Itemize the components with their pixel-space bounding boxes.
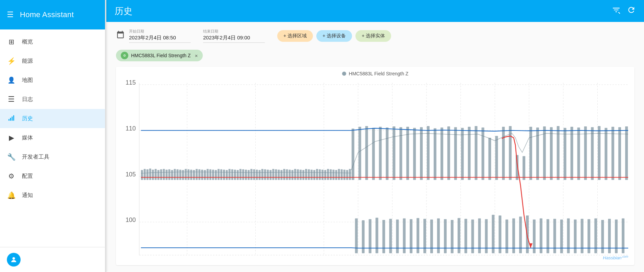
svg-rect-55 <box>212 170 214 180</box>
svg-rect-70 <box>253 169 255 180</box>
svg-rect-104 <box>346 170 348 180</box>
topbar-actions <box>612 5 636 16</box>
end-date-field[interactable]: 结束日期 2023年2月4日 09:00 <box>203 29 265 43</box>
svg-rect-174 <box>584 126 587 180</box>
svg-rect-90 <box>308 169 310 180</box>
svg-rect-164 <box>550 127 553 180</box>
svg-rect-86 <box>297 169 299 180</box>
start-date-field[interactable]: 开始日期 2023年2月4日 08:50 <box>129 29 191 43</box>
sidebar: ☰ Home Assistant ⊞ 概览 ⚡ 能源 👤 地图 ☰ 日志 历史 … <box>0 0 106 272</box>
svg-rect-182 <box>611 127 614 180</box>
svg-text:115: 115 <box>126 79 136 86</box>
svg-rect-99 <box>332 170 335 180</box>
svg-rect-47 <box>190 170 192 180</box>
svg-rect-52 <box>204 170 206 180</box>
notifications-icon: 🔔 <box>7 191 16 199</box>
svg-rect-57 <box>218 169 220 180</box>
watermark: Hassbian.com <box>603 255 628 260</box>
svg-point-7 <box>124 55 125 56</box>
refresh-icon[interactable] <box>627 5 636 16</box>
sidebar-label-overview: 概览 <box>22 38 33 46</box>
svg-rect-43 <box>179 170 181 180</box>
svg-rect-53 <box>207 169 209 180</box>
sidebar-nav: ⊞ 概览 ⚡ 能源 👤 地图 ☰ 日志 历史 ▶ 媒体 🔧 开发者工具 <box>0 29 106 247</box>
svg-marker-187 <box>529 243 532 248</box>
svg-rect-128 <box>427 126 430 180</box>
svg-rect-66 <box>242 169 244 180</box>
svg-rect-132 <box>441 127 443 180</box>
sidebar-label-map: 地图 <box>22 77 33 84</box>
chart-legend: HMC5883L Field Strength Z <box>119 71 632 76</box>
sidebar-item-settings[interactable]: ⚙ 配置 <box>0 166 106 186</box>
filter-clear-icon[interactable] <box>612 5 621 16</box>
svg-rect-162 <box>543 126 546 180</box>
svg-rect-92 <box>313 170 315 180</box>
content-area: 开始日期 2023年2月4日 08:50 结束日期 2023年2月4日 09:0… <box>106 22 644 272</box>
svg-rect-49 <box>196 169 198 180</box>
svg-text:110: 110 <box>126 124 136 132</box>
end-date-value[interactable]: 2023年2月4日 09:00 <box>203 35 265 41</box>
svg-rect-118 <box>393 126 395 180</box>
svg-rect-67 <box>245 170 247 180</box>
sidebar-item-map[interactable]: 👤 地图 <box>0 71 106 90</box>
svg-rect-39 <box>168 169 171 180</box>
media-icon: ▶ <box>7 134 16 142</box>
svg-rect-75 <box>267 170 269 180</box>
svg-rect-108 <box>359 127 361 180</box>
sidebar-item-history[interactable]: 历史 <box>0 109 106 128</box>
filter-buttons: + 选择区域 + 选择设备 + 选择实体 <box>277 30 391 42</box>
svg-rect-103 <box>343 170 346 180</box>
svg-rect-38 <box>166 170 168 180</box>
chart-legend-label: HMC5883L Field Strength Z <box>349 71 409 76</box>
start-date-value[interactable]: 2023年2月4日 08:50 <box>129 35 191 41</box>
svg-rect-3 <box>13 115 14 121</box>
sidebar-item-media[interactable]: ▶ 媒体 <box>0 128 106 147</box>
svg-rect-82 <box>286 169 288 180</box>
sidebar-label-media: 媒体 <box>22 134 33 141</box>
menu-icon[interactable]: ☰ <box>7 10 14 19</box>
svg-rect-136 <box>454 127 457 180</box>
svg-rect-44 <box>182 170 184 180</box>
svg-rect-110 <box>365 126 368 180</box>
svg-rect-78 <box>275 169 277 180</box>
sidebar-item-overview[interactable]: ⊞ 概览 <box>0 32 106 51</box>
svg-rect-124 <box>413 128 416 180</box>
sidebar-header: ☰ Home Assistant <box>0 0 106 29</box>
watermark-text: Hassbian.com <box>603 255 628 260</box>
svg-rect-150 <box>502 127 505 180</box>
sidebar-item-log[interactable]: ☰ 日志 <box>0 90 106 109</box>
svg-rect-102 <box>341 169 343 180</box>
svg-rect-80 <box>280 170 282 180</box>
entity-tag-label: HMC5883L Field Strength Z <box>131 53 191 58</box>
svg-rect-64 <box>237 170 239 180</box>
sidebar-label-history: 历史 <box>22 115 33 122</box>
map-icon: 👤 <box>7 76 16 84</box>
sidebar-item-devtools[interactable]: 🔧 开发者工具 <box>0 147 106 166</box>
svg-rect-58 <box>220 169 222 180</box>
date-section: 开始日期 2023年2月4日 08:50 结束日期 2023年2月4日 09:0… <box>116 29 265 43</box>
svg-rect-184 <box>618 127 621 180</box>
select-area-button[interactable]: + 选择区域 <box>277 30 313 42</box>
svg-rect-76 <box>270 170 272 180</box>
select-device-button[interactable]: + 选择设备 <box>316 30 352 42</box>
svg-rect-98 <box>330 169 332 180</box>
svg-rect-34 <box>155 169 157 180</box>
end-date-label: 结束日期 <box>203 29 265 34</box>
svg-rect-60 <box>226 170 228 180</box>
svg-rect-148 <box>495 136 498 180</box>
log-icon: ☰ <box>7 95 16 104</box>
page-title: 历史 <box>115 5 132 17</box>
select-entity-button[interactable]: + 选择实体 <box>355 30 391 42</box>
energy-icon: ⚡ <box>7 57 16 65</box>
svg-rect-77 <box>272 169 274 180</box>
svg-rect-97 <box>327 169 329 180</box>
svg-rect-168 <box>564 128 566 180</box>
sidebar-label-settings: 配置 <box>22 173 33 180</box>
entity-tag-close[interactable]: × <box>195 53 198 59</box>
sidebar-item-energy[interactable]: ⚡ 能源 <box>0 51 106 71</box>
avatar[interactable] <box>7 253 21 267</box>
svg-rect-94 <box>319 169 321 180</box>
svg-rect-42 <box>176 169 178 180</box>
svg-rect-100 <box>335 170 337 180</box>
sidebar-item-notifications[interactable]: 🔔 通知 <box>0 186 106 205</box>
